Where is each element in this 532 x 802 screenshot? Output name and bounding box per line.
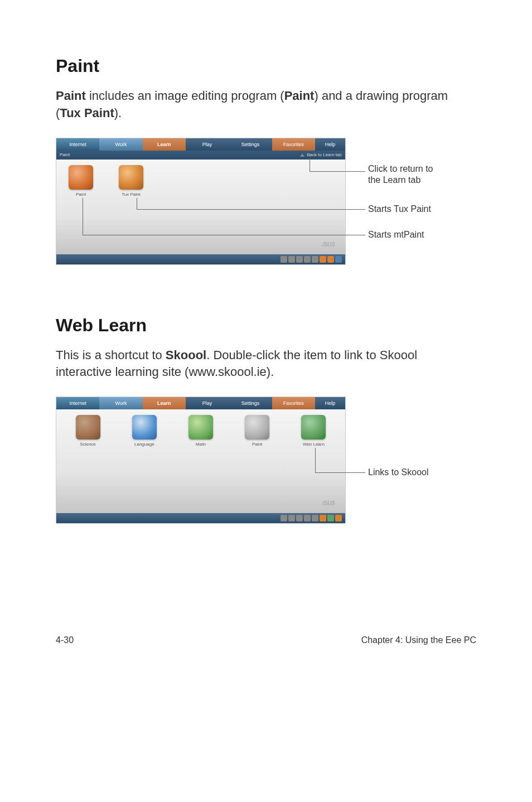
sub-bar: Paint Back to Learn tab xyxy=(56,151,345,160)
tab-learn[interactable]: Learn xyxy=(143,138,186,151)
task-bar xyxy=(56,254,345,264)
back-link-label: Back to Learn tab xyxy=(307,152,342,157)
language-icon-label: Language xyxy=(134,442,154,447)
callout-line xyxy=(83,235,365,235)
tray-icon[interactable] xyxy=(312,256,318,263)
task-bar xyxy=(56,513,345,523)
math-icon-label: Math xyxy=(196,442,206,447)
callout-line xyxy=(83,198,83,235)
paint-heading: Paint xyxy=(56,56,476,76)
tray-icon[interactable] xyxy=(288,515,295,521)
tray-icon[interactable] xyxy=(296,515,303,521)
subbar-title: Paint xyxy=(60,152,70,157)
tab-favorites[interactable]: Favorites xyxy=(272,397,315,409)
figure-paint: Internet Work Learn Play Settings Favori… xyxy=(56,138,476,265)
intro-text-1: includes an image editing program ( xyxy=(86,89,284,103)
back-arrow-icon xyxy=(300,153,304,157)
asus-logo: /SUS xyxy=(322,500,335,506)
weblearn-intro-bold: Skoool xyxy=(166,348,206,362)
asus-logo: /SUS xyxy=(322,241,335,248)
tray-icon[interactable] xyxy=(327,515,334,521)
tab-work[interactable]: Work xyxy=(99,397,142,409)
science-icon-label: Science xyxy=(80,442,95,447)
paint-icon-label: Paint xyxy=(252,442,262,447)
weblearn-app-icon[interactable]: Web Learn xyxy=(290,415,337,447)
tab-favorites[interactable]: Favorites xyxy=(272,138,315,151)
tray-icon[interactable] xyxy=(296,256,303,263)
tray-icon[interactable] xyxy=(320,515,326,521)
tray-icon[interactable] xyxy=(288,256,295,263)
weblearn-intro-pre: This is a shortcut to xyxy=(56,348,166,362)
tab-help[interactable]: Help xyxy=(315,397,345,409)
callout-line xyxy=(315,472,365,473)
intro-bold-paint1: Paint xyxy=(56,89,86,103)
footer-page-number: 4-30 xyxy=(56,635,74,645)
tab-learn[interactable]: Learn xyxy=(143,397,186,409)
paint-icon xyxy=(245,415,269,439)
tuxpaint-icon xyxy=(119,165,143,190)
callout-line xyxy=(137,209,365,210)
tray-icon[interactable] xyxy=(304,256,311,263)
tab-internet[interactable]: Internet xyxy=(56,138,99,151)
callout-links-skoool: Links to Skoool xyxy=(368,467,429,479)
tray-icon[interactable] xyxy=(280,515,287,521)
tab-play[interactable]: Play xyxy=(186,397,229,409)
science-app-icon[interactable]: Science xyxy=(64,415,112,447)
weblearn-icon xyxy=(301,415,326,439)
screenshot-paint: Internet Work Learn Play Settings Favori… xyxy=(56,138,346,265)
tray-icon[interactable] xyxy=(304,515,311,521)
tray-icon[interactable] xyxy=(320,256,326,263)
callout-return-l2: the Learn tab xyxy=(368,175,420,185)
callout-line xyxy=(137,198,137,209)
paint-icon xyxy=(69,165,93,190)
paint-intro: Paint includes an image editing program … xyxy=(56,88,476,122)
callout-tuxpaint: Starts Tux Paint xyxy=(368,204,431,215)
back-to-learn-link[interactable]: Back to Learn tab xyxy=(300,152,342,157)
page-footer: 4-30 Chapter 4: Using the Eee PC xyxy=(56,635,476,645)
tuxpaint-app-icon[interactable]: Tux Paint xyxy=(114,165,148,197)
tuxpaint-icon-label: Tux Paint xyxy=(122,192,141,197)
language-icon xyxy=(132,415,157,439)
language-app-icon[interactable]: Language xyxy=(120,415,168,447)
tab-settings[interactable]: Settings xyxy=(229,397,272,409)
intro-bold-paint2: Paint xyxy=(284,89,315,103)
paint-app-icon[interactable]: Paint xyxy=(234,415,281,447)
nav-bar: Internet Work Learn Play Settings Favori… xyxy=(56,138,345,151)
math-icon xyxy=(188,415,213,439)
weblearn-intro: This is a shortcut to Skoool. Double-cli… xyxy=(56,347,476,381)
callout-line xyxy=(309,158,310,171)
weblearn-heading: Web Learn xyxy=(56,315,476,336)
science-icon xyxy=(76,415,100,439)
tab-play[interactable]: Play xyxy=(186,138,229,151)
tray-icon[interactable] xyxy=(280,256,287,263)
tab-internet[interactable]: Internet xyxy=(56,397,99,409)
content-area: Paint Tux Paint /SUS xyxy=(56,160,345,254)
intro-bold-tuxpaint: Tux Paint xyxy=(60,106,114,120)
callout-line xyxy=(309,171,365,172)
paint-app-icon[interactable]: Paint xyxy=(64,165,98,197)
callout-return-l1: Click to return to xyxy=(368,164,433,173)
tray-icon[interactable] xyxy=(335,515,342,521)
tab-settings[interactable]: Settings xyxy=(229,138,272,151)
footer-chapter: Chapter 4: Using the Eee PC xyxy=(361,635,476,645)
nav-bar: Internet Work Learn Play Settings Favori… xyxy=(56,397,345,409)
intro-text-3: ). xyxy=(114,106,122,120)
screenshot-weblearn: Internet Work Learn Play Settings Favori… xyxy=(56,397,346,524)
math-app-icon[interactable]: Math xyxy=(177,415,224,447)
tray-icon[interactable] xyxy=(312,515,318,521)
tab-help[interactable]: Help xyxy=(315,138,345,151)
tab-work[interactable]: Work xyxy=(99,138,142,151)
figure-weblearn: Internet Work Learn Play Settings Favori… xyxy=(56,397,476,524)
weblearn-icon-label: Web Learn xyxy=(303,442,325,447)
callout-mtpaint: Starts mtPaint xyxy=(368,229,424,241)
callout-return-learn: Click to return to the Learn tab xyxy=(368,163,433,187)
tray-icon[interactable] xyxy=(335,256,342,263)
callout-line xyxy=(315,448,316,472)
paint-icon-label: Paint xyxy=(76,192,86,197)
tray-icon[interactable] xyxy=(327,256,334,263)
content-area: Science Language Math Paint Web Learn xyxy=(56,409,345,513)
